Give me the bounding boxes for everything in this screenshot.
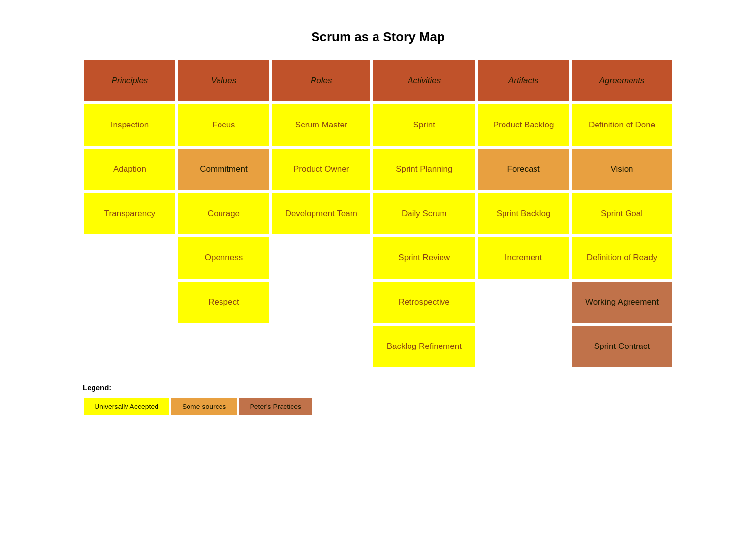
table-cell bbox=[83, 236, 177, 280]
page-wrapper: Scrum as a Story Map PrinciplesValuesRol… bbox=[83, 30, 673, 416]
legend-items: Universally AcceptedSome sourcesPeter's … bbox=[83, 397, 673, 416]
table-cell: Development Team bbox=[271, 191, 372, 236]
header-cell: Artifacts bbox=[476, 59, 570, 103]
table-cell bbox=[271, 236, 372, 280]
legend-item: Universally Accepted bbox=[83, 397, 170, 416]
table-cell bbox=[476, 280, 570, 324]
table-cell: Scrum Master bbox=[271, 103, 372, 147]
table-row: OpennessSprint ReviewIncrementDefinition… bbox=[83, 236, 673, 280]
table-cell bbox=[83, 280, 177, 324]
table-cell: Product Owner bbox=[271, 147, 372, 191]
legend-section: Legend: Universally AcceptedSome sources… bbox=[83, 383, 673, 416]
table-cell bbox=[271, 280, 372, 324]
table-cell: Adaption bbox=[83, 147, 177, 191]
table-row: TransparencyCourageDevelopment TeamDaily… bbox=[83, 191, 673, 236]
table-row: AdaptionCommitmentProduct OwnerSprint Pl… bbox=[83, 147, 673, 191]
legend-item: Peter's Practices bbox=[238, 397, 313, 416]
table-cell: Working Agreement bbox=[570, 280, 673, 324]
header-cell: Principles bbox=[83, 59, 177, 103]
table-cell: Increment bbox=[476, 236, 570, 280]
header-row: PrinciplesValuesRolesActivitiesArtifacts… bbox=[83, 59, 673, 103]
table-cell: Daily Scrum bbox=[372, 191, 476, 236]
header-cell: Activities bbox=[372, 59, 476, 103]
header-cell: Agreements bbox=[570, 59, 673, 103]
table-cell: Sprint Goal bbox=[570, 191, 673, 236]
table-cell: Product Backlog bbox=[476, 103, 570, 147]
table-cell: Openness bbox=[177, 236, 271, 280]
table-cell: Backlog Refinement bbox=[372, 324, 476, 369]
table-cell: Sprint Contract bbox=[570, 324, 673, 369]
table-cell bbox=[476, 324, 570, 369]
table-cell bbox=[83, 324, 177, 369]
scrum-table: PrinciplesValuesRolesActivitiesArtifacts… bbox=[83, 59, 673, 369]
header-cell: Roles bbox=[271, 59, 372, 103]
table-cell: Sprint bbox=[372, 103, 476, 147]
table-cell: Courage bbox=[177, 191, 271, 236]
table-cell: Definition of Ready bbox=[570, 236, 673, 280]
legend-title: Legend: bbox=[83, 383, 673, 392]
table-row: RespectRetrospectiveWorking Agreement bbox=[83, 280, 673, 324]
legend-item: Some sources bbox=[170, 397, 238, 416]
header-cell: Values bbox=[177, 59, 271, 103]
table-cell bbox=[271, 324, 372, 369]
page-title: Scrum as a Story Map bbox=[83, 30, 673, 45]
table-cell: Sprint Planning bbox=[372, 147, 476, 191]
table-cell bbox=[177, 324, 271, 369]
table-cell: Sprint Review bbox=[372, 236, 476, 280]
table-cell: Vision bbox=[570, 147, 673, 191]
table-row: InspectionFocusScrum MasterSprintProduct… bbox=[83, 103, 673, 147]
table-cell: Transparency bbox=[83, 191, 177, 236]
table-cell: Inspection bbox=[83, 103, 177, 147]
table-cell: Commitment bbox=[177, 147, 271, 191]
table-cell: Retrospective bbox=[372, 280, 476, 324]
table-cell: Definition of Done bbox=[570, 103, 673, 147]
table-cell: Focus bbox=[177, 103, 271, 147]
table-cell: Sprint Backlog bbox=[476, 191, 570, 236]
table-row: Backlog RefinementSprint Contract bbox=[83, 324, 673, 369]
table-cell: Forecast bbox=[476, 147, 570, 191]
table-cell: Respect bbox=[177, 280, 271, 324]
